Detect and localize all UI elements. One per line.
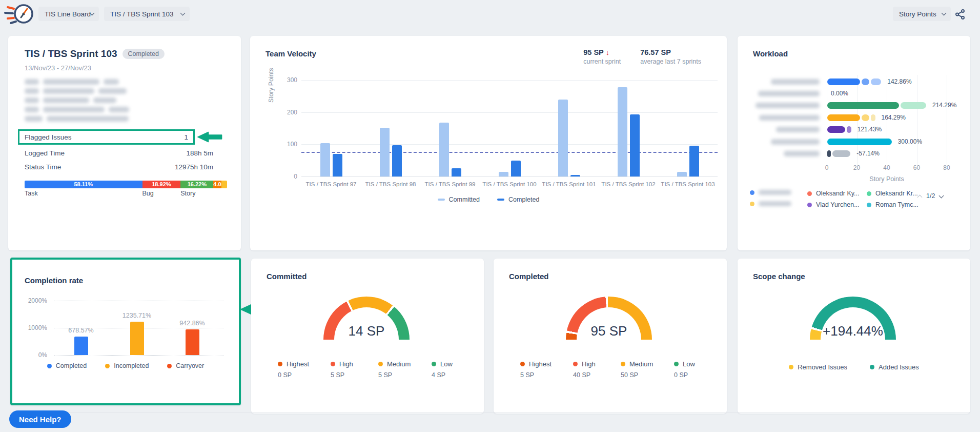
- redacted-text: [25, 79, 39, 85]
- need-help-button[interactable]: Need Help?: [9, 410, 71, 428]
- workload-value-label: 214.29%: [932, 102, 956, 109]
- chevron-down-icon[interactable]: [939, 193, 944, 198]
- velocity-bar-committed: [439, 123, 449, 176]
- legend-swatch: [750, 202, 754, 206]
- completed-title: Completed: [509, 272, 549, 281]
- chevron-up-icon[interactable]: [917, 194, 923, 200]
- unit-dropdown[interactable]: Story Points: [893, 7, 951, 21]
- share-button[interactable]: [953, 8, 967, 22]
- y-axis-tick-label: 2000%: [19, 297, 47, 304]
- legend-label: Incompleted: [114, 362, 149, 369]
- legend-swatch: [278, 362, 282, 366]
- legend-item: [750, 201, 791, 206]
- x-axis-tick-label: TIS / TBS Sprint 101: [539, 181, 599, 187]
- issue-type-label: Story: [180, 190, 195, 197]
- scope-change-card: Scope change +194.44%Removed IssuesAdded…: [738, 259, 970, 414]
- board-dropdown[interactable]: TIS Line Board: [38, 7, 99, 21]
- y-axis-tick-label: 100: [279, 141, 297, 148]
- legend-item: High40 SP: [573, 360, 596, 379]
- annotation-arrow-flagged-issues: [194, 130, 229, 146]
- legend-item: Medium5 SP: [378, 360, 411, 379]
- bar-value-label: 678.57%: [53, 327, 109, 334]
- gauge-value: 95 SP: [558, 323, 660, 339]
- redacted-text: [98, 88, 127, 94]
- redacted-assignee-label: [784, 151, 820, 156]
- legend-value: 5 SP: [331, 371, 353, 379]
- sprint-dropdown[interactable]: TIS / TBS Sprint 103: [104, 7, 190, 21]
- stat-label: Status Time: [25, 163, 61, 171]
- legend-swatch: [750, 190, 754, 195]
- legend-item: Oleksandr Ky...: [807, 190, 860, 197]
- legend-label: Medium: [629, 360, 653, 368]
- workload-card: Workload 142.86%0.00%214.29%164.29%121.4…: [738, 36, 970, 250]
- legend-value: 50 SP: [621, 371, 653, 379]
- sprint-title: TIS / TBS Sprint 103: [25, 48, 117, 60]
- legend-item: Incompleted: [105, 362, 149, 369]
- redacted-sprint-details: [25, 77, 129, 123]
- issue-type-labels: TaskBugStory: [25, 190, 227, 198]
- velocity-bar-committed: [380, 128, 390, 176]
- legend-swatch: [789, 365, 793, 369]
- redacted-text: [109, 107, 129, 112]
- average-value: 76.57 SP: [640, 48, 701, 56]
- velocity-bar-completed: [570, 175, 580, 176]
- legend-label: High: [582, 360, 596, 368]
- velocity-bar-committed: [320, 143, 330, 176]
- legend-row: Low: [674, 360, 695, 368]
- x-axis-tick-label: 40: [876, 164, 897, 171]
- legend-item: Removed Issues: [789, 363, 847, 371]
- legend-row: Highest: [520, 360, 552, 368]
- gridline: [947, 75, 947, 165]
- velocity-bar-group: [539, 80, 599, 176]
- completion-rate-card: Completion rate CompletedIncompletedCarr…: [10, 258, 241, 405]
- legend-swatch: [621, 362, 625, 366]
- app-logo-icon: [4, 1, 36, 30]
- velocity-bars: [301, 80, 718, 176]
- workload-value-label: 121.43%: [858, 126, 882, 133]
- redacted-assignee-label: [771, 139, 820, 145]
- page-bottom-divider: [10, 412, 970, 413]
- legend-row: Highest: [278, 360, 309, 368]
- redacted-text-row: [25, 77, 129, 86]
- x-axis-tick-label: 80: [936, 164, 957, 171]
- sprint-stat-row: Logged Time188h 5m: [8, 146, 241, 160]
- legend-item: Carryover: [167, 362, 204, 369]
- legend-item: Completed: [497, 196, 539, 203]
- redacted-legend-label: [759, 190, 791, 195]
- chevron-down-icon: [942, 11, 947, 16]
- legend-swatch: [867, 191, 871, 196]
- velocity-bar-group: [658, 80, 718, 176]
- unit-dropdown-value: Story Points: [899, 10, 936, 18]
- gauge-value: +194.44%: [802, 323, 904, 339]
- issue-type-distribution-bar: 58.11%18.92%16.22%4.05%: [25, 181, 227, 188]
- x-axis-tick-label: TIS / TBS Sprint 97: [301, 181, 361, 187]
- completion-bar-carryover: [186, 329, 199, 355]
- redacted-text: [25, 97, 39, 103]
- legend-item: Low0 SP: [674, 360, 695, 379]
- legend-value: 5 SP: [378, 371, 411, 379]
- committed-title: Committed: [267, 272, 307, 281]
- issue-bar-segment: 18.92%: [142, 181, 181, 188]
- stat-value: 1: [184, 133, 188, 141]
- legend-row: Medium: [621, 360, 653, 368]
- legend-item: Roman Tymc...: [867, 201, 918, 208]
- legend-label: Carryover: [176, 362, 204, 369]
- x-axis-tick-label: 0: [816, 164, 837, 171]
- legend-label: Removed Issues: [798, 363, 847, 371]
- sprint-date-range: 13/Nov/23 - 27/Nov/23: [25, 64, 91, 72]
- legend-label: Committed: [449, 196, 480, 203]
- workload-bar-segment: [871, 114, 875, 121]
- legend-label: Added Issues: [879, 363, 919, 371]
- redacted-assignee-label: [759, 115, 820, 121]
- stat-value: 188h 5m: [186, 149, 213, 157]
- redacted-legend-label: [759, 201, 791, 206]
- legend-item: [750, 190, 791, 195]
- velocity-bar-group: [301, 80, 361, 176]
- redacted-assignee-label: [776, 127, 820, 132]
- velocity-bar-completed: [630, 114, 640, 176]
- workload-value-label: 0.00%: [831, 90, 848, 97]
- committed-gauge-card: Committed 14 SPHighest0 SPHigh5 SPMedium…: [251, 259, 484, 414]
- completion-bar-completed: [74, 337, 88, 355]
- sprint-status-badge: Completed: [122, 49, 165, 59]
- completion-rate-legend: CompletedIncompletedCarryover: [12, 362, 239, 369]
